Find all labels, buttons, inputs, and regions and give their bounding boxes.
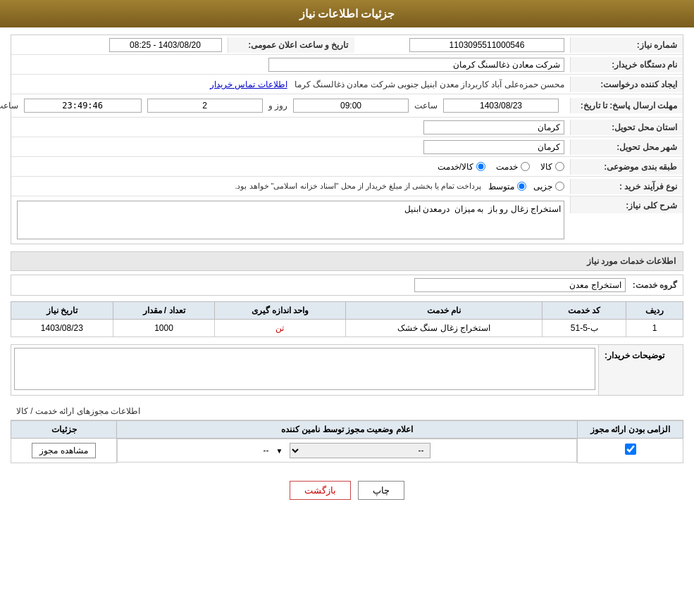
radio-khedmat-item: خدمت xyxy=(496,162,530,172)
permits-table-header-row: الزامی بودن ارائه مجوز اعلام وضعیت مجوز … xyxy=(11,421,683,439)
service-group-row: گروه خدمت: xyxy=(11,275,683,296)
cell-required xyxy=(578,439,683,463)
purchase-type-note: پرداخت تمام یا بخشی از مبلغ خریدار از مح… xyxy=(235,182,481,191)
cell-service-name: استخراج زغال سنگ خشک xyxy=(345,320,543,337)
radio-motevaset-label: متوسط xyxy=(488,182,514,191)
col-need-date: تاریخ نیاز xyxy=(11,302,113,320)
radio-kala-khedmat[interactable] xyxy=(476,162,485,171)
radio-kala-label: کالا xyxy=(540,162,552,172)
col-quantity: تعداد / مقدار xyxy=(113,302,215,320)
remaining-days-input[interactable] xyxy=(147,99,263,113)
description-label: شرح کلی نیاز: xyxy=(570,196,683,213)
main-form-section: شماره نیاز: تاریخ و ساعت اعلان عمومی: نا… xyxy=(11,34,683,244)
cell-unit: تن xyxy=(215,320,345,337)
permits-table: الزامی بودن ارائه مجوز اعلام وضعیت مجوز … xyxy=(11,420,683,463)
col-unit: واحد اندازه گیری xyxy=(215,302,345,320)
buttons-row: چاپ بازگشت xyxy=(11,470,683,510)
province-label: استان محل تحویل: xyxy=(570,120,683,135)
need-number-label: شماره نیاز: xyxy=(570,37,683,53)
hours-label: ساعت باقی مانده xyxy=(0,101,18,111)
created-by-text: محسن حمزه‌علی آباد کاربرداز معدن ابنیل ج… xyxy=(295,80,564,89)
created-by-label: ایجاد کننده درخواست: xyxy=(570,77,683,92)
buyer-input[interactable] xyxy=(268,58,564,72)
radio-motevaset[interactable] xyxy=(517,182,526,191)
row-created-by: ایجاد کننده درخواست: محسن حمزه‌علی آباد … xyxy=(11,75,683,94)
purchase-type-radio-group: جزیی متوسط پرداخت تمام یا بخشی از مبلغ خ… xyxy=(11,179,570,194)
cell-row-num: 1 xyxy=(626,320,683,337)
row-city: شهر محل تحویل: xyxy=(11,137,683,157)
description-textarea[interactable]: استخراج زغال رو باز به میزان درمعدن ابنی… xyxy=(17,201,564,239)
col-row-num: ردیف xyxy=(626,302,683,320)
cell-quantity: 1000 xyxy=(113,320,215,337)
province-value xyxy=(11,118,570,137)
need-number-value xyxy=(354,36,571,54)
need-number-input[interactable] xyxy=(409,38,564,52)
created-by-value: محسن حمزه‌علی آباد کاربرداز معدن ابنیل ج… xyxy=(11,77,570,92)
col-status-announce: اعلام وضعیت مجوز توسط نامین کننده xyxy=(117,421,578,439)
page-title: جزئیات اطلاعات نیاز xyxy=(299,8,395,20)
announce-date-label: تاریخ و ساعت اعلان عمومی: xyxy=(228,37,354,53)
days-label: روز و xyxy=(268,101,287,111)
status-select[interactable]: -- xyxy=(290,443,430,458)
deadline-label: مهلت ارسال پاسخ: تا تاریخ: xyxy=(570,98,683,113)
radio-motevaset-item: متوسط xyxy=(488,182,526,191)
purchase-type-label: نوع فرآیند خرید : xyxy=(570,179,683,194)
radio-khedmat[interactable] xyxy=(521,162,530,171)
announce-date-value xyxy=(11,36,228,54)
deadline-row-inner: ساعت روز و ساعت باقی مانده xyxy=(0,96,564,115)
deadline-content: ساعت روز و ساعت باقی مانده xyxy=(0,94,570,117)
col-required: الزامی بودن ارائه مجوز xyxy=(578,421,683,439)
col-service-code: کد خدمت xyxy=(543,302,626,320)
time-label: ساعت xyxy=(414,101,438,111)
radio-khedmat-label: خدمت xyxy=(496,162,518,172)
permits-header: اطلاعات مجوزهای ارائه خدمت / کالا xyxy=(11,403,683,420)
status-value: -- xyxy=(264,446,269,455)
services-table-header-row: ردیف کد خدمت نام خدمت واحد اندازه گیری ت… xyxy=(11,302,683,320)
table-row: 1 ب-5-51 استخراج زغال سنگ خشک تن 1000 14… xyxy=(11,320,683,337)
col-details: جزئیات xyxy=(11,421,117,439)
row-province: استان محل تحویل: xyxy=(11,118,683,137)
buyer-label: نام دستگاه خریدار: xyxy=(570,57,683,73)
buyer-notes-textarea[interactable] xyxy=(14,348,595,390)
city-label: شهر محل تحویل: xyxy=(570,139,683,155)
description-content: استخراج زغال رو باز به میزان درمعدن ابنی… xyxy=(11,196,570,244)
row-category: طبقه بندی موضوعی: کالا خدمت کالا/خدمت xyxy=(11,157,683,177)
deadline-date-input[interactable] xyxy=(443,99,559,113)
cell-need-date: 1403/08/23 xyxy=(11,320,113,337)
remaining-time-input[interactable] xyxy=(24,99,142,113)
back-button[interactable]: بازگشت xyxy=(290,481,351,500)
radio-kala-khedmat-label: کالا/خدمت xyxy=(438,162,473,172)
required-checkbox[interactable] xyxy=(625,444,636,455)
chevron-down-icon: ▼ xyxy=(276,447,283,455)
buyer-notes-section: توضیحات خریدار: xyxy=(11,344,683,396)
radio-kala[interactable] xyxy=(555,162,564,171)
row-buyer: نام دستگاه خریدار: xyxy=(11,55,683,75)
services-section-title: اطلاعات خدمات مورد نیاز xyxy=(11,251,683,271)
cell-details: مشاهده مجوز xyxy=(11,439,117,463)
announce-date-input[interactable] xyxy=(109,38,222,52)
buyer-value xyxy=(11,56,570,74)
category-label: طبقه بندی موضوعی: xyxy=(570,159,683,175)
city-input[interactable] xyxy=(423,140,564,154)
col-service-name: نام خدمت xyxy=(345,302,543,320)
view-permit-button[interactable]: مشاهده مجوز xyxy=(32,443,95,458)
radio-kala-item: کالا xyxy=(540,162,564,172)
print-button[interactable]: چاپ xyxy=(358,481,404,500)
permits-table-row: -- ▼ -- مشاهده مجوز xyxy=(11,439,683,463)
province-input[interactable] xyxy=(423,120,564,134)
buyer-notes-content xyxy=(11,345,598,395)
deadline-time-input[interactable] xyxy=(293,99,409,113)
page-header: جزئیات اطلاعات نیاز xyxy=(0,0,694,27)
city-value xyxy=(11,138,570,156)
radio-jozi[interactable] xyxy=(555,182,564,191)
cell-status-announce: -- ▼ -- xyxy=(117,439,577,463)
buyer-notes-label: توضیحات خریدار: xyxy=(598,345,683,395)
service-group-label: گروه خدمت: xyxy=(633,280,677,290)
service-group-input[interactable] xyxy=(414,278,626,292)
radio-jozi-label: جزیی xyxy=(533,182,552,191)
radio-jozi-item: جزیی xyxy=(533,182,564,191)
contact-link[interactable]: اطلاعات تماس خریدار xyxy=(210,80,287,89)
radio-kala-khedmat-item: کالا/خدمت xyxy=(438,162,485,172)
services-table: ردیف کد خدمت نام خدمت واحد اندازه گیری ت… xyxy=(11,301,683,337)
row-description: شرح کلی نیاز: استخراج زغال رو باز به میز… xyxy=(11,196,683,244)
